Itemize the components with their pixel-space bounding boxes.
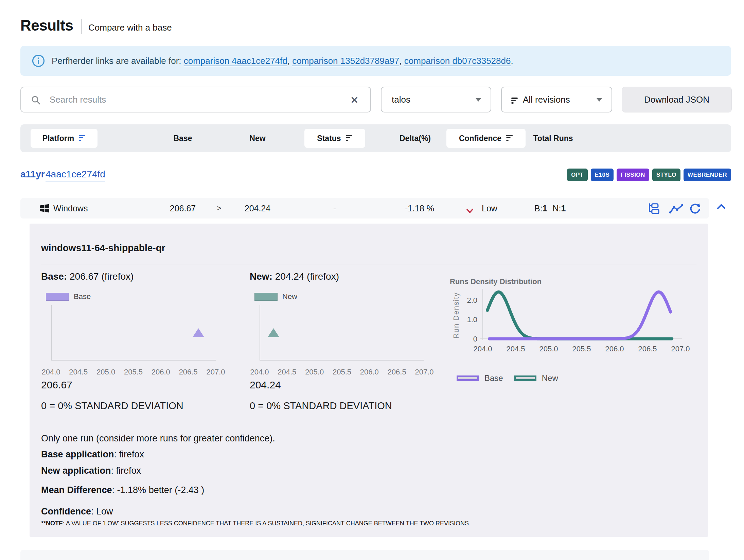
new-marker <box>268 328 279 337</box>
platform-filter-button[interactable]: Platform <box>31 129 98 148</box>
suite-badge: WEBRENDER <box>684 169 731 181</box>
status-header-label: Status <box>317 134 341 143</box>
svg-text:0: 0 <box>473 335 477 343</box>
suite-revision-link[interactable]: 4aac1ce274fd <box>46 169 105 181</box>
search-icon <box>31 95 41 105</box>
svg-text:Run Density: Run Density <box>453 292 460 338</box>
base-mean-value: 206.67 <box>41 379 72 391</box>
x-tick-label: 205.0 <box>96 368 115 377</box>
delta-header-label: Delta(%) <box>400 124 431 152</box>
divider <box>20 189 731 189</box>
graph-icon[interactable] <box>669 204 684 216</box>
download-json-button[interactable]: Download JSON <box>622 87 732 112</box>
suite-badge: E10S <box>591 169 614 181</box>
platform-cell: Windows <box>53 198 88 218</box>
search-input[interactable] <box>50 88 335 111</box>
new-summary: New: 204.24 (firefox) <box>250 271 339 282</box>
suite-badges: OPTE10SFISSIONSTYLOWEBRENDER <box>567 169 731 181</box>
base-summary: Base: 206.67 (firefox) <box>41 271 134 282</box>
x-tick-label: 206.0 <box>152 368 170 377</box>
status-filter-button[interactable]: Status <box>304 129 365 148</box>
x-tick-label: 206.0 <box>360 368 379 377</box>
direction-cell: > <box>217 198 222 218</box>
x-tick-label: 204.0 <box>250 368 269 377</box>
new-mean-value: 204.24 <box>250 379 281 391</box>
platform-row[interactable]: Windows 206.67 > 204.24 - -1.18 % Low B:… <box>20 198 709 218</box>
only-one-run-note: Only one run (consider more runs for gre… <box>41 433 275 444</box>
base-marker <box>193 328 204 337</box>
suite-name: a11yr <box>20 169 45 180</box>
comparison-link[interactable]: comparison 1352d3789a97 <box>292 56 399 66</box>
revisions-select[interactable]: All revisions <box>501 87 612 112</box>
mean-difference-line: Mean Difference: -1.18% better (-2.43 ) <box>41 485 204 495</box>
new-legend: New <box>254 292 297 301</box>
new-value-cell: 204.24 <box>245 198 270 218</box>
svg-text:207.0: 207.0 <box>671 345 690 353</box>
confidence-line: Confidence: Low <box>41 506 113 517</box>
new-legend-label: New <box>282 292 297 301</box>
x-tick-label: 207.0 <box>415 368 433 377</box>
suite-badge: STYLO <box>652 169 680 181</box>
base-legend: Base <box>46 292 91 301</box>
confidence-filter-button[interactable]: Confidence <box>446 129 526 148</box>
x-tick-label: 204.5 <box>278 368 296 377</box>
info-icon <box>32 54 45 69</box>
subtest-detail-card: windows11-64-shippable-qr Base: 206.67 (… <box>30 224 708 537</box>
retrigger-icon[interactable] <box>689 203 701 217</box>
total-runs-header-label: Total Runs <box>533 124 573 152</box>
new-plot-ticks: 204.0204.5205.0205.5206.0206.5207.0 <box>260 368 424 377</box>
comparison-link[interactable]: comparison db07c33528d6 <box>404 56 511 66</box>
status-cell: - <box>333 198 336 218</box>
svg-text:1.0: 1.0 <box>467 315 477 324</box>
divider <box>41 264 696 264</box>
svg-text:206.5: 206.5 <box>638 345 657 353</box>
suite-badge: FISSION <box>617 169 649 181</box>
base-application-line: Base application: firefox <box>41 449 144 460</box>
x-tick-label: 204.0 <box>41 368 60 377</box>
base-legend-label: Base <box>74 292 91 301</box>
new-header-label: New <box>249 124 265 152</box>
base-legend-label: Base <box>484 373 503 383</box>
base-stddev-label: 0 = 0% STANDARD DEVIATION <box>41 400 183 412</box>
comparison-link[interactable]: comparison 4aac1ce274fd <box>184 56 287 66</box>
density-legend: BaseNew <box>457 373 564 383</box>
new-swatch <box>254 293 278 301</box>
chevron-down-icon <box>476 98 481 102</box>
new-legend-label: New <box>542 373 558 383</box>
base-legend-swatch <box>457 375 479 381</box>
filter-icon <box>79 135 86 142</box>
svg-text:205.0: 205.0 <box>539 345 558 353</box>
x-tick-label: 204.5 <box>69 368 88 377</box>
framework-select[interactable]: talos <box>381 87 491 112</box>
alert-text: Perfherder links are available for: comp… <box>52 46 513 76</box>
new-application-line: New application: firefox <box>41 466 141 476</box>
collapse-row-icon[interactable] <box>716 203 726 211</box>
trend-down-icon <box>466 206 474 216</box>
svg-text:206.0: 206.0 <box>605 345 624 353</box>
svg-text:204.0: 204.0 <box>473 345 492 353</box>
base-value-cell: 206.67 <box>170 198 196 218</box>
results-table-header: Platform Base New Status Delta(%) Confid… <box>20 124 731 152</box>
page-title: Results <box>20 17 73 34</box>
base-header-label: Base <box>174 124 192 152</box>
x-tick-label: 205.5 <box>333 368 351 377</box>
confidence-note: **NOTE: A VALUE OF 'LOW' SUGGESTS LESS C… <box>41 520 471 527</box>
x-tick-label: 205.0 <box>305 368 324 377</box>
subtests-icon[interactable] <box>647 202 660 217</box>
filter-icon <box>511 98 518 105</box>
confidence-header-label: Confidence <box>459 134 501 143</box>
new-distribution-plot <box>260 305 424 361</box>
filter-icon <box>346 135 353 142</box>
new-legend-swatch <box>514 375 536 381</box>
search-box[interactable]: ✕ <box>20 87 371 112</box>
base-plot-ticks: 204.0204.5205.0205.5206.0206.5207.0 <box>51 368 216 377</box>
delta-cell: -1.18 % <box>405 198 434 218</box>
clear-search-icon[interactable]: ✕ <box>350 94 359 106</box>
svg-text:205.5: 205.5 <box>572 345 591 353</box>
x-tick-label: 205.5 <box>124 368 143 377</box>
next-platform-row-peek[interactable] <box>20 550 709 560</box>
confidence-cell: Low <box>482 198 497 218</box>
chevron-down-icon <box>597 98 602 102</box>
perfherder-links-alert: Perfherder links are available for: comp… <box>20 46 731 76</box>
new-stddev-label: 0 = 0% STANDARD DEVIATION <box>250 400 392 412</box>
